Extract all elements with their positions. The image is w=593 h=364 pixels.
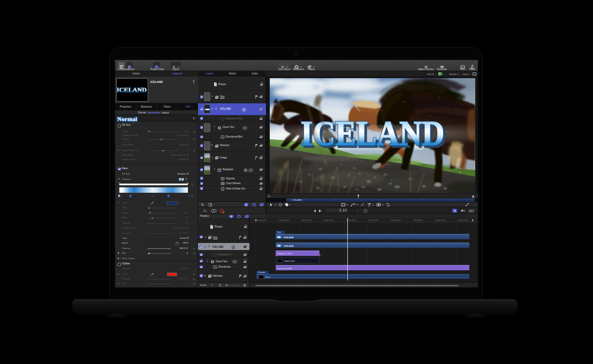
svg-text:ICELAND: ICELAND	[117, 86, 147, 94]
